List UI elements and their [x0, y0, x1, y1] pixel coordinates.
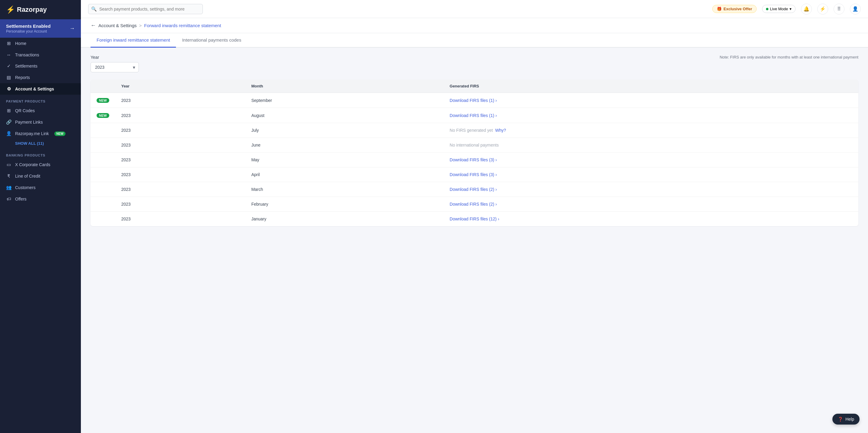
table-cell-year: 2023 [115, 138, 245, 153]
content-area: ← Account & Settings > Forward inwards r… [81, 18, 868, 433]
live-mode-toggle[interactable]: Live Mode ▾ [762, 5, 796, 13]
bell-icon: 🔔 [803, 6, 809, 12]
table-row: 2023JulyNo FIRS generated yet Why? [91, 123, 858, 138]
sidebar-item-offers-label: Offers [15, 197, 27, 201]
table-cell-year: 2023 [115, 197, 245, 212]
col-header-badge [91, 79, 115, 93]
reports-icon: ▤ [6, 75, 11, 80]
help-button[interactable]: ❓ Help [832, 414, 860, 425]
chevron-down-icon: ▾ [789, 7, 792, 11]
breadcrumb-parent[interactable]: Account & Settings [98, 23, 137, 28]
help-label: Help [845, 417, 854, 422]
exclusive-offer-label: Exclusive Offer [723, 7, 752, 11]
table-cell-firs: No FIRS generated yet Why? [444, 123, 858, 138]
exclusive-offer-button[interactable]: 🎁 Exclusive Offer [712, 5, 756, 13]
sidebar-item-settlements-label: Settlements [15, 64, 37, 68]
download-firs-link[interactable]: Download FIRS files (1) › [450, 98, 497, 103]
logo-text: Razorpay [17, 6, 47, 13]
year-select[interactable]: 2023 2022 2021 2020 [91, 62, 139, 72]
sidebar-item-payment-links[interactable]: 🔗 Payment Links [0, 116, 81, 128]
table-cell-firs[interactable]: Download FIRS files (1) › [444, 93, 858, 108]
table-cell-firs: No international payments [444, 138, 858, 153]
table-cell-badge [91, 167, 115, 182]
sidebar-item-home-label: Home [15, 41, 26, 46]
sidebar-item-settlements[interactable]: ✓ Settlements [0, 60, 81, 72]
chevron-right-icon: › [496, 98, 497, 103]
table-cell-badge [91, 138, 115, 153]
sidebar-item-customers[interactable]: 👥 Customers [0, 182, 81, 193]
sidebar-item-account-settings-label: Account & Settings [15, 87, 54, 91]
show-all-link[interactable]: SHOW ALL (11) [0, 139, 81, 149]
table-cell-month: July [245, 123, 444, 138]
table-cell-firs[interactable]: Download FIRS files (3) › [444, 167, 858, 182]
sidebar: ⚡ Razorpay Settlements Enabled Personali… [0, 0, 81, 433]
help-circle-icon: ❓ [838, 417, 843, 422]
table-cell-badge [91, 153, 115, 167]
notifications-button[interactable]: 🔔 [801, 4, 812, 14]
sidebar-item-qr-codes[interactable]: ⊞ QR Codes [0, 105, 81, 116]
download-firs-link[interactable]: Download FIRS files (3) › [450, 157, 497, 162]
settings-icon: ⚙ [6, 86, 11, 92]
sidebar-item-transactions[interactable]: ↔ Transactions [0, 49, 81, 60]
sidebar-item-x-corporate-cards-label: X Corporate Cards [15, 162, 51, 167]
logo-icon: ⚡ [6, 5, 15, 14]
download-firs-link[interactable]: Download FIRS files (12) › [450, 216, 499, 221]
transactions-icon: ↔ [6, 52, 11, 57]
col-header-year: Year [115, 79, 245, 93]
sidebar-item-razorpay-me[interactable]: 👤 Razorpay.me Link NEW [0, 128, 81, 139]
gift-icon: 🎁 [717, 7, 722, 11]
offers-icon: 🏷 [6, 196, 11, 201]
settlements-banner[interactable]: Settlements Enabled Personalise your Acc… [0, 19, 81, 38]
table-cell-firs[interactable]: Download FIRS files (1) › [444, 108, 858, 123]
tab-international-codes[interactable]: International payments codes [176, 33, 247, 47]
table-cell-year: 2023 [115, 212, 245, 227]
table-cell-month: May [245, 153, 444, 167]
link-icon: 🔗 [6, 120, 11, 125]
main-content: 🔍 🎁 Exclusive Offer Live Mode ▾ 🔔 ⚡ ⠿ [81, 0, 868, 433]
table-cell-year: 2023 [115, 108, 245, 123]
chevron-right-icon: › [496, 187, 497, 192]
table-cell-month: June [245, 138, 444, 153]
new-badge: New [97, 113, 109, 118]
download-firs-link[interactable]: Download FIRS files (2) › [450, 202, 497, 206]
sidebar-item-line-of-credit[interactable]: ₹ Line of Credit [0, 170, 81, 182]
tab-foreign-inward[interactable]: Foreign inward remittance statement [91, 33, 176, 47]
firs-table: Year Month Generated FIRS New2023Septemb… [91, 79, 858, 226]
live-dot [766, 8, 768, 10]
sidebar-item-qr-label: QR Codes [15, 108, 35, 113]
back-button[interactable]: ← [91, 22, 96, 29]
apps-button[interactable]: ⠿ [834, 4, 844, 14]
sidebar-item-payment-links-label: Payment Links [15, 120, 43, 125]
table-cell-firs[interactable]: Download FIRS files (3) › [444, 153, 858, 167]
year-select-wrap: 2023 2022 2021 2020 [91, 62, 139, 72]
settlements-banner-subtitle: Personalise your Account [6, 29, 51, 33]
sidebar-item-reports[interactable]: ▤ Reports [0, 72, 81, 83]
table-row: 2023MayDownload FIRS files (3) › [91, 153, 858, 167]
table-cell-firs[interactable]: Download FIRS files (2) › [444, 182, 858, 197]
download-firs-link[interactable]: Download FIRS files (1) › [450, 113, 497, 118]
table-cell-year: 2023 [115, 167, 245, 182]
sidebar-item-offers[interactable]: 🏷 Offers [0, 193, 81, 204]
topbar: 🔍 🎁 Exclusive Offer Live Mode ▾ 🔔 ⚡ ⠿ [81, 0, 868, 18]
search-input[interactable] [88, 4, 203, 14]
sidebar-item-x-corporate-cards[interactable]: ▭ X Corporate Cards [0, 159, 81, 170]
table-cell-badge [91, 123, 115, 138]
table-cell-firs[interactable]: Download FIRS files (2) › [444, 197, 858, 212]
table-cell-year: 2023 [115, 123, 245, 138]
table-row: 2023JuneNo international payments [91, 138, 858, 153]
download-firs-link[interactable]: Download FIRS files (2) › [450, 187, 497, 192]
year-select-group: Year 2023 2022 2021 2020 [91, 55, 139, 72]
logo: ⚡ Razorpay [0, 0, 81, 19]
settlements-banner-content: Settlements Enabled Personalise your Acc… [6, 24, 51, 33]
download-firs-link[interactable]: Download FIRS files (3) › [450, 172, 497, 177]
user-profile-icon: 👤 [852, 6, 858, 12]
home-icon: ⊞ [6, 41, 11, 46]
why-link[interactable]: Why? [495, 128, 506, 133]
sidebar-item-account-settings[interactable]: ⚙ Account & Settings [0, 83, 81, 95]
activity-button[interactable]: ⚡ [817, 4, 828, 14]
table-cell-firs[interactable]: Download FIRS files (12) › [444, 212, 858, 227]
profile-button[interactable]: 👤 [850, 4, 861, 14]
sidebar-item-home[interactable]: ⊞ Home [0, 38, 81, 49]
no-payments-text: No international payments [450, 143, 499, 147]
razorpay-me-new-badge: NEW [54, 131, 65, 136]
